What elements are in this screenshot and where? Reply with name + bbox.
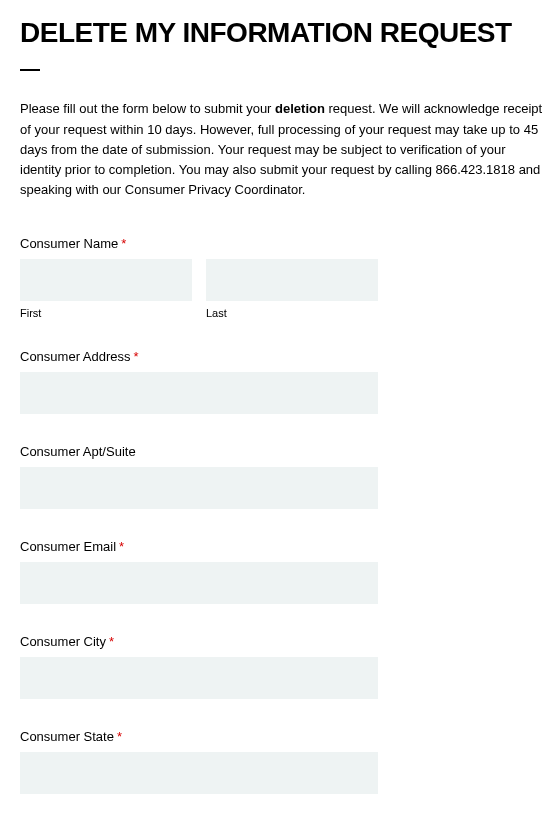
required-asterisk: * xyxy=(121,236,126,251)
last-name-sublabel: Last xyxy=(206,307,378,319)
label-text: Consumer Apt/Suite xyxy=(20,444,136,459)
required-asterisk: * xyxy=(109,634,114,649)
field-consumer-address: Consumer Address* xyxy=(20,349,546,414)
intro-before: Please fill out the form below to submit… xyxy=(20,101,275,116)
label-text: Consumer Email xyxy=(20,539,116,554)
field-consumer-apt: Consumer Apt/Suite xyxy=(20,444,546,509)
first-name-input[interactable] xyxy=(20,259,192,301)
field-consumer-city: Consumer City* xyxy=(20,634,546,699)
label-text: Consumer City xyxy=(20,634,106,649)
field-consumer-state: Consumer State* xyxy=(20,729,546,794)
apt-input[interactable] xyxy=(20,467,378,509)
label-consumer-address: Consumer Address* xyxy=(20,349,546,364)
address-input[interactable] xyxy=(20,372,378,414)
email-input[interactable] xyxy=(20,562,378,604)
intro-text: Please fill out the form below to submit… xyxy=(20,99,546,200)
label-consumer-apt: Consumer Apt/Suite xyxy=(20,444,546,459)
last-name-input[interactable] xyxy=(206,259,378,301)
page-title: DELETE MY INFORMATION REQUEST xyxy=(20,18,546,47)
state-input[interactable] xyxy=(20,752,378,794)
label-text: Consumer State xyxy=(20,729,114,744)
field-consumer-name: Consumer Name* First Last xyxy=(20,236,546,319)
label-consumer-name: Consumer Name* xyxy=(20,236,546,251)
label-consumer-state: Consumer State* xyxy=(20,729,546,744)
intro-bold: deletion xyxy=(275,101,325,116)
label-consumer-email: Consumer Email* xyxy=(20,539,546,554)
required-asterisk: * xyxy=(119,539,124,554)
first-name-sublabel: First xyxy=(20,307,192,319)
label-text: Consumer Name xyxy=(20,236,118,251)
required-asterisk: * xyxy=(134,349,139,364)
label-text: Consumer Address xyxy=(20,349,131,364)
divider xyxy=(20,69,40,71)
label-consumer-city: Consumer City* xyxy=(20,634,546,649)
field-consumer-email: Consumer Email* xyxy=(20,539,546,604)
required-asterisk: * xyxy=(117,729,122,744)
city-input[interactable] xyxy=(20,657,378,699)
